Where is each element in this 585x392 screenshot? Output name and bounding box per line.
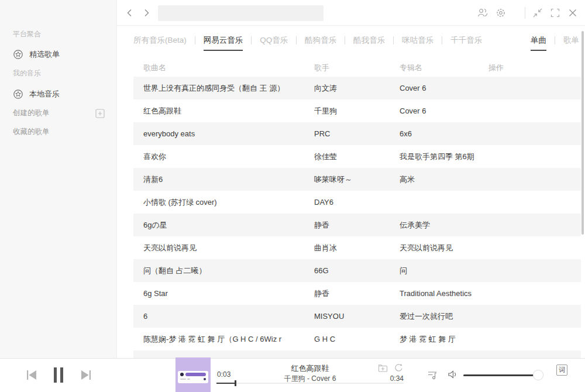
album-art-graphic (178, 371, 208, 383)
settings-gear-icon[interactable] (495, 8, 506, 18)
song-artist: 66G (314, 266, 400, 275)
progress-handle[interactable] (235, 380, 236, 386)
table-row[interactable]: 6gの星 静香 伝承美学 (133, 214, 581, 236)
previous-track-icon[interactable] (26, 370, 37, 380)
sidebar-section-platform: 平台聚合 (13, 29, 41, 39)
song-album: 伝承美学 (400, 220, 488, 231)
volume-fill (463, 374, 538, 376)
add-to-playlist-icon[interactable] (378, 363, 388, 373)
topbar (117, 0, 585, 26)
sidebar-item-label: 本地音乐 (29, 89, 60, 99)
pause-icon[interactable] (53, 367, 64, 383)
volume-icon[interactable] (447, 369, 459, 380)
volume-slider[interactable] (463, 374, 538, 376)
table-row[interactable]: 问（翻自 占二曦） 66G 问 (133, 259, 581, 282)
table-row[interactable]: 红色高跟鞋 千里狗 Cover 6 (133, 99, 581, 122)
tab-separator (296, 36, 297, 44)
song-artist: G H C (314, 335, 400, 343)
tab-separator (555, 36, 555, 44)
col-header-song: 歌曲名 (143, 63, 314, 73)
table-row[interactable]: 6g Star 静香 Traditional Aesthetics (133, 282, 581, 305)
tab-kuwo[interactable]: 酷我音乐 (353, 35, 385, 50)
sidebar-section-my-music: 我的音乐 (13, 68, 41, 78)
listen1-window: 平台聚合 精选歌单 我的音乐 本地音乐 创建的歌单 收藏的歌单 (0, 0, 585, 392)
table-row[interactable]: 清新6 哆莱咪呀～ 高米 (133, 168, 581, 191)
song-title: 6gの星 (143, 220, 314, 231)
sidebar-item-created-playlists[interactable]: 创建的歌单 (13, 108, 105, 118)
song-artist: 千里狗 (314, 106, 400, 116)
song-title: 6g Star (143, 289, 314, 298)
volume-knob[interactable] (533, 370, 543, 380)
sidebar-item-label: 收藏的歌单 (13, 127, 50, 137)
star-circle-icon (13, 49, 23, 60)
scrollbar-thumb[interactable] (581, 31, 584, 235)
progress-bar[interactable] (216, 383, 404, 384)
song-album: Cover 6 (400, 84, 488, 92)
song-album: 梦 港 霓 虹 舞 厅 (400, 334, 488, 345)
loop-icon[interactable] (393, 363, 403, 373)
song-title: everybody eats (143, 129, 314, 138)
next-track-icon[interactable] (81, 370, 91, 380)
table-header: 歌曲名 歌手 专辑名 操作 (133, 59, 581, 77)
song-artist: 静香 (314, 220, 400, 231)
col-header-actions: 操作 (488, 63, 581, 73)
song-album: Cover 6 (400, 106, 488, 115)
tab-separator (442, 36, 442, 44)
table-row[interactable]: everybody eats PRC 6x6 (133, 122, 581, 145)
add-playlist-icon[interactable] (95, 109, 105, 118)
tab-separator (345, 36, 345, 44)
song-artist: PRC (314, 129, 400, 138)
search-input[interactable] (158, 5, 324, 21)
sidebar-item-label: 精选歌单 (29, 49, 60, 60)
fullscreen-icon[interactable] (550, 8, 560, 18)
forward-icon[interactable] (142, 8, 151, 18)
table-row[interactable]: 世界上没有真正的感同身受（翻自 王 源） 向文涛 Cover 6 (133, 77, 581, 99)
tab-separator (393, 36, 394, 44)
song-title: 清新6 (143, 174, 314, 185)
album-art[interactable] (176, 357, 211, 392)
song-album: 高米 (400, 174, 488, 185)
total-duration: 0:34 (380, 374, 404, 383)
song-title: 问（翻自 占二曦） (143, 266, 314, 276)
users-icon[interactable] (477, 8, 488, 18)
table-row[interactable]: 陈慧娴-梦 港 霓 虹 舞 厅（G H C / 6Wiz r G H C 梦 港… (133, 328, 581, 350)
sidebar: 平台聚合 精选歌单 我的音乐 本地音乐 创建的歌单 收藏的歌单 (0, 0, 117, 358)
table-row[interactable]: 喜欢你 徐佳莹 我是歌手第四季 第6期 (133, 145, 581, 168)
back-icon[interactable] (125, 8, 135, 18)
sidebar-item-local-music[interactable]: 本地音乐 (13, 89, 60, 99)
sidebar-item-favorited-playlists[interactable]: 收藏的歌单 (13, 127, 105, 137)
song-title: 世界上没有真正的感同身受（翻自 王 源） (143, 83, 314, 94)
player-bar: 0:03 红色高跟鞋 千里狗 - Cover 6 0:34 (0, 358, 585, 392)
song-album: 6x6 (400, 129, 488, 138)
tab-kugou[interactable]: 酷狗音乐 (305, 35, 336, 50)
col-header-album: 专辑名 (400, 63, 488, 73)
tab-mode-tracks[interactable]: 单曲 (531, 35, 546, 51)
table-row[interactable]: 小情歌 (苏打绿 cover) DAY6 (133, 191, 581, 214)
sidebar-item-featured-playlists[interactable]: 精选歌单 (13, 49, 60, 60)
mini-mode-icon[interactable] (532, 8, 543, 18)
tab-all-music[interactable]: 所有音乐(Beta) (133, 35, 187, 50)
song-artist: 徐佳莹 (314, 152, 400, 162)
song-table: 歌曲名 歌手 专辑名 操作 世界上没有真正的感同身受（翻自 王 源） 向文涛 C… (133, 59, 581, 358)
tab-netease[interactable]: 网易云音乐 (204, 35, 243, 51)
song-album: Traditional Aesthetics (400, 289, 488, 298)
progress-fill (216, 383, 235, 384)
table-row[interactable]: 6 MISYOU 爱过一次就行吧 (133, 305, 581, 328)
song-title: 小情歌 (苏打绿 cover) (143, 197, 314, 208)
close-icon[interactable] (567, 8, 578, 18)
song-artist: 向文涛 (314, 83, 400, 94)
tab-mode-playlists[interactable]: 歌单 (563, 35, 579, 50)
star-circle-icon (13, 89, 23, 99)
table-row[interactable]: 天亮以前说再见 曲肖冰 天亮以前说再见 (133, 236, 581, 259)
tab-migu[interactable]: 咪咕音乐 (402, 35, 433, 50)
col-header-artist: 歌手 (314, 63, 400, 73)
lyrics-toggle-button[interactable]: 词 (556, 365, 567, 376)
song-title: 陈慧娴-梦 港 霓 虹 舞 厅（G H C / 6Wiz r (143, 334, 314, 345)
tab-separator (251, 36, 252, 44)
song-title: 6 (143, 312, 314, 321)
tab-qianqian[interactable]: 千千音乐 (450, 35, 482, 50)
song-artist: 静香 (314, 288, 400, 299)
tab-qq-music[interactable]: QQ音乐 (260, 35, 288, 50)
topbar-separator (525, 7, 525, 19)
now-playing-list-icon[interactable] (427, 370, 438, 380)
